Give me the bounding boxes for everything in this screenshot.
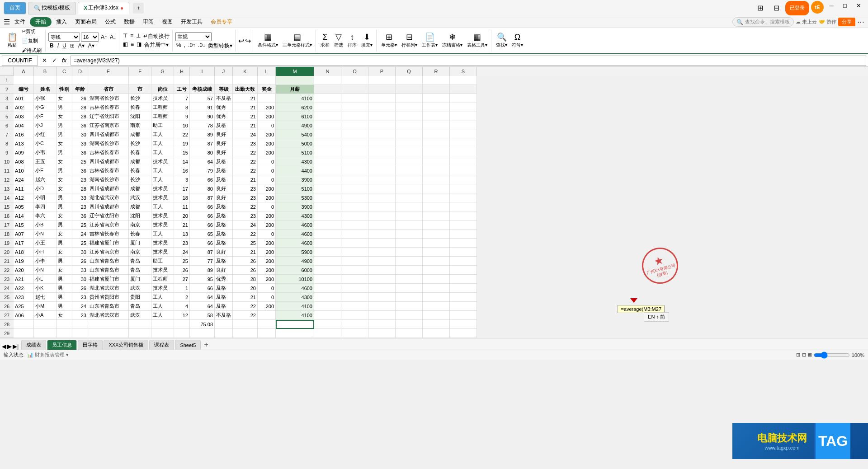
new-tab-btn[interactable]: + bbox=[133, 3, 144, 14]
cell-extra-7-2[interactable] bbox=[368, 130, 396, 139]
cell-j11[interactable]: 及格 bbox=[215, 166, 233, 175]
cell-h24[interactable]: 1 bbox=[174, 284, 190, 293]
cell-m3[interactable]: 4100 bbox=[276, 94, 314, 103]
cell-d19[interactable]: 25 bbox=[72, 239, 88, 248]
cell-extra-4-4[interactable] bbox=[423, 103, 450, 112]
cell-b26[interactable]: 小M bbox=[34, 302, 57, 311]
cell-extra-18-3[interactable] bbox=[396, 230, 423, 239]
cell-extra-10-1[interactable] bbox=[341, 157, 368, 166]
cell-extra-14-1[interactable] bbox=[341, 193, 368, 202]
cell-extra-3-3[interactable] bbox=[396, 94, 423, 103]
cell-extra-25-0[interactable] bbox=[314, 293, 341, 302]
cell-avg-14[interactable] bbox=[341, 320, 368, 329]
redo-btn[interactable]: ↪ bbox=[245, 37, 251, 45]
cell-avg-12[interactable] bbox=[276, 320, 314, 329]
cell-r1[interactable] bbox=[423, 76, 450, 85]
cell-g21[interactable]: 助工 bbox=[151, 257, 174, 266]
sort-btn[interactable]: ↕ 排序 bbox=[346, 31, 359, 51]
cell-avg-10[interactable] bbox=[233, 320, 258, 329]
cell-extra-21-3[interactable] bbox=[396, 257, 423, 266]
cell-f17[interactable]: 南京 bbox=[129, 220, 151, 230]
cell-e9[interactable]: 吉林省长春市 bbox=[88, 148, 129, 157]
cell-h25[interactable]: 2 bbox=[174, 293, 190, 302]
cell-f5[interactable]: 沈阳 bbox=[129, 112, 151, 121]
cell-extra-16-3[interactable] bbox=[396, 211, 423, 220]
cell-h17[interactable]: 21 bbox=[174, 220, 190, 230]
cell-i25[interactable]: 64 bbox=[190, 293, 215, 302]
cell-d4[interactable]: 28 bbox=[72, 103, 88, 112]
cell-h7[interactable]: 22 bbox=[174, 130, 190, 139]
cell-k23[interactable]: 28 bbox=[233, 275, 258, 284]
cell-29-9[interactable] bbox=[215, 329, 233, 338]
cell-extra-27-2[interactable] bbox=[368, 311, 396, 320]
col-i[interactable]: I bbox=[190, 67, 215, 76]
cell-k24[interactable]: 20 bbox=[233, 284, 258, 293]
cell-j27[interactable]: 不及格 bbox=[215, 311, 233, 320]
cell-29-3[interactable] bbox=[72, 329, 88, 338]
cell-extra-12-0[interactable] bbox=[314, 175, 341, 184]
cell-extra-22-1[interactable] bbox=[341, 266, 368, 275]
cell-extra-17-2[interactable] bbox=[368, 220, 396, 230]
cell-l2[interactable]: 奖金 bbox=[258, 85, 276, 94]
cell-extra-21-0[interactable] bbox=[314, 257, 341, 266]
cell-avg-0[interactable] bbox=[14, 320, 34, 329]
cell-extra-12-1[interactable] bbox=[341, 175, 368, 184]
cell-29-2[interactable] bbox=[57, 329, 72, 338]
cell-extra-5-1[interactable] bbox=[341, 112, 368, 121]
cell-extra-3-1[interactable] bbox=[341, 94, 368, 103]
cell-d25[interactable]: 23 bbox=[72, 293, 88, 302]
cell-c5[interactable]: 女 bbox=[57, 112, 72, 121]
share-btn[interactable]: 分享 bbox=[838, 18, 855, 26]
col-m[interactable]: M bbox=[276, 67, 314, 76]
cell-e26[interactable]: 山东省青岛市 bbox=[88, 302, 129, 311]
cell-i13[interactable]: 80 bbox=[190, 184, 215, 193]
cell-e4[interactable]: 吉林省长春市 bbox=[88, 103, 129, 112]
cell-h2[interactable]: 工号 bbox=[174, 85, 190, 94]
fontsize-dec[interactable]: A↓ bbox=[109, 34, 117, 40]
cell-j5[interactable]: 优秀 bbox=[215, 112, 233, 121]
cell-extra-27-0[interactable] bbox=[314, 311, 341, 320]
cell-g1[interactable] bbox=[151, 76, 174, 85]
cell-a14[interactable]: A12 bbox=[14, 193, 34, 202]
cell-extra-22-4[interactable] bbox=[423, 266, 450, 275]
cell-extra-26-5[interactable] bbox=[450, 302, 477, 311]
cell-j16[interactable]: 及格 bbox=[215, 211, 233, 220]
layout-icon2[interactable]: ⊟ bbox=[769, 1, 783, 15]
cell-g9[interactable]: 工人 bbox=[151, 148, 174, 157]
cell-avg-11[interactable] bbox=[258, 320, 276, 329]
cell-s2[interactable] bbox=[450, 85, 477, 94]
cell-a7[interactable]: A16 bbox=[14, 130, 34, 139]
cell-extra-24-2[interactable] bbox=[368, 284, 396, 293]
find-btn[interactable]: 🔍 查找▾ bbox=[494, 31, 509, 51]
cell-avg-6[interactable] bbox=[151, 320, 174, 329]
cell-d23[interactable]: 30 bbox=[72, 275, 88, 284]
cell-g4[interactable]: 工程师 bbox=[151, 103, 174, 112]
cell-h23[interactable]: 27 bbox=[174, 275, 190, 284]
cell-extra-15-0[interactable] bbox=[314, 202, 341, 211]
cell-g20[interactable]: 技术员 bbox=[151, 248, 174, 257]
cell-d22[interactable]: 33 bbox=[72, 266, 88, 275]
cell-f13[interactable]: 成都 bbox=[129, 184, 151, 193]
cond-format-btn[interactable]: ▦ 条件格式▾ bbox=[256, 31, 280, 51]
cell-extra-16-1[interactable] bbox=[341, 211, 368, 220]
cell-extra-20-2[interactable] bbox=[368, 248, 396, 257]
cell-b14[interactable]: 小明 bbox=[34, 193, 57, 202]
cell-avg-7[interactable] bbox=[174, 320, 190, 329]
cell-m17[interactable]: 4600 bbox=[276, 220, 314, 230]
cell-b19[interactable]: 小王 bbox=[34, 239, 57, 248]
cell-a8[interactable]: A13 bbox=[14, 139, 34, 148]
sheet-tab-course[interactable]: 课程表 bbox=[149, 340, 174, 350]
cell-29-12[interactable] bbox=[276, 329, 314, 338]
cell-i20[interactable]: 87 bbox=[190, 248, 215, 257]
cell-extra-8-2[interactable] bbox=[368, 139, 396, 148]
cell-extra-11-0[interactable] bbox=[314, 166, 341, 175]
cell-j3[interactable]: 不及格 bbox=[215, 94, 233, 103]
decimal-dec-btn[interactable]: .0↓ bbox=[197, 42, 206, 50]
cell-extra-5-3[interactable] bbox=[396, 112, 423, 121]
cell-extra-13-0[interactable] bbox=[314, 184, 341, 193]
search-bar[interactable]: 🔍 查找命令、搜索模板 bbox=[732, 17, 794, 27]
cell-h12[interactable]: 3 bbox=[174, 175, 190, 184]
cell-i10[interactable]: 64 bbox=[190, 157, 215, 166]
cell-g22[interactable]: 技术员 bbox=[151, 266, 174, 275]
cell-extra-3-5[interactable] bbox=[450, 94, 477, 103]
